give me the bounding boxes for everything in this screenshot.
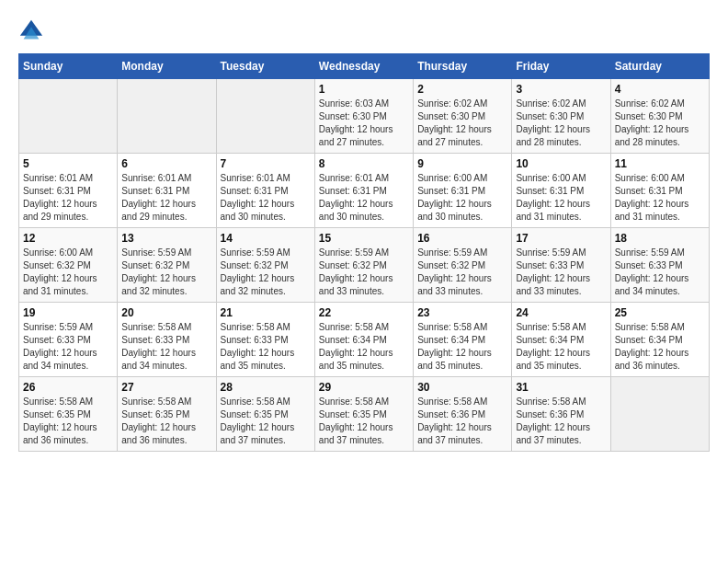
calendar-cell: 27Sunrise: 5:58 AMSunset: 6:35 PMDayligh… — [118, 377, 216, 452]
calendar-week-3: 12Sunrise: 6:00 AMSunset: 6:32 PMDayligh… — [19, 228, 710, 303]
calendar-cell — [19, 79, 118, 154]
day-number: 4 — [615, 83, 705, 96]
day-info: Sunrise: 5:58 AMSunset: 6:33 PMDaylight:… — [121, 321, 211, 373]
calendar-cell: 8Sunrise: 6:01 AMSunset: 6:31 PMDaylight… — [314, 154, 413, 228]
calendar-cell: 2Sunrise: 6:02 AMSunset: 6:30 PMDaylight… — [414, 79, 512, 154]
calendar-cell: 18Sunrise: 5:59 AMSunset: 6:33 PMDayligh… — [610, 228, 709, 303]
calendar-cell: 3Sunrise: 6:02 AMSunset: 6:30 PMDaylight… — [512, 79, 610, 154]
day-info: Sunrise: 6:03 AMSunset: 6:30 PMDaylight:… — [319, 98, 409, 149]
day-info: Sunrise: 5:59 AMSunset: 6:33 PMDaylight:… — [23, 321, 113, 373]
calendar-cell: 5Sunrise: 6:01 AMSunset: 6:31 PMDaylight… — [19, 154, 118, 228]
day-number: 15 — [319, 232, 409, 245]
calendar-cell: 20Sunrise: 5:58 AMSunset: 6:33 PMDayligh… — [118, 303, 216, 377]
day-number: 6 — [121, 157, 211, 170]
calendar-cell: 14Sunrise: 5:59 AMSunset: 6:32 PMDayligh… — [216, 228, 314, 303]
day-info: Sunrise: 6:01 AMSunset: 6:31 PMDaylight:… — [23, 172, 113, 224]
day-number: 22 — [319, 306, 409, 319]
day-number: 28 — [221, 381, 311, 394]
calendar-cell — [216, 79, 314, 154]
day-info: Sunrise: 6:00 AMSunset: 6:31 PMDaylight:… — [417, 172, 507, 224]
day-number: 11 — [615, 157, 705, 170]
calendar-cell: 17Sunrise: 5:59 AMSunset: 6:33 PMDayligh… — [512, 228, 610, 303]
calendar-week-1: 1Sunrise: 6:03 AMSunset: 6:30 PMDaylight… — [19, 79, 710, 154]
day-info: Sunrise: 5:59 AMSunset: 6:32 PMDaylight:… — [319, 247, 409, 298]
calendar-cell: 29Sunrise: 5:58 AMSunset: 6:35 PMDayligh… — [314, 377, 413, 452]
weekday-header-thursday: Thursday — [414, 54, 512, 79]
day-info: Sunrise: 6:02 AMSunset: 6:30 PMDaylight:… — [615, 98, 705, 149]
day-info: Sunrise: 5:58 AMSunset: 6:36 PMDaylight:… — [516, 396, 606, 447]
day-info: Sunrise: 5:58 AMSunset: 6:36 PMDaylight:… — [417, 396, 507, 447]
day-info: Sunrise: 5:58 AMSunset: 6:34 PMDaylight:… — [516, 321, 606, 373]
calendar-cell — [118, 79, 216, 154]
day-info: Sunrise: 6:01 AMSunset: 6:31 PMDaylight:… — [121, 172, 211, 224]
day-number: 12 — [23, 232, 113, 245]
day-info: Sunrise: 5:58 AMSunset: 6:35 PMDaylight:… — [23, 396, 113, 447]
day-number: 9 — [417, 157, 507, 170]
day-number: 18 — [615, 232, 705, 245]
calendar-week-2: 5Sunrise: 6:01 AMSunset: 6:31 PMDaylight… — [19, 154, 710, 228]
day-info: Sunrise: 5:59 AMSunset: 6:33 PMDaylight:… — [615, 247, 705, 298]
day-info: Sunrise: 5:58 AMSunset: 6:34 PMDaylight:… — [319, 321, 409, 373]
calendar-cell: 21Sunrise: 5:58 AMSunset: 6:33 PMDayligh… — [216, 303, 314, 377]
calendar-cell: 4Sunrise: 6:02 AMSunset: 6:30 PMDaylight… — [610, 79, 709, 154]
day-number: 7 — [221, 157, 311, 170]
calendar-cell: 10Sunrise: 6:00 AMSunset: 6:31 PMDayligh… — [512, 154, 610, 228]
page-header — [18, 18, 710, 44]
day-info: Sunrise: 6:01 AMSunset: 6:31 PMDaylight:… — [319, 172, 409, 224]
day-number: 25 — [615, 306, 705, 319]
calendar-cell: 26Sunrise: 5:58 AMSunset: 6:35 PMDayligh… — [19, 377, 118, 452]
day-number: 5 — [23, 157, 113, 170]
day-number: 3 — [516, 83, 606, 96]
day-number: 16 — [417, 232, 507, 245]
day-number: 8 — [319, 157, 409, 170]
calendar-cell: 23Sunrise: 5:58 AMSunset: 6:34 PMDayligh… — [414, 303, 512, 377]
day-number: 29 — [319, 381, 409, 394]
calendar-cell: 7Sunrise: 6:01 AMSunset: 6:31 PMDaylight… — [216, 154, 314, 228]
calendar-cell: 24Sunrise: 5:58 AMSunset: 6:34 PMDayligh… — [512, 303, 610, 377]
day-info: Sunrise: 5:58 AMSunset: 6:34 PMDaylight:… — [417, 321, 507, 373]
calendar-week-5: 26Sunrise: 5:58 AMSunset: 6:35 PMDayligh… — [19, 377, 710, 452]
day-info: Sunrise: 5:59 AMSunset: 6:32 PMDaylight:… — [417, 247, 507, 298]
calendar-cell: 1Sunrise: 6:03 AMSunset: 6:30 PMDaylight… — [314, 79, 413, 154]
calendar-cell: 28Sunrise: 5:58 AMSunset: 6:35 PMDayligh… — [216, 377, 314, 452]
day-info: Sunrise: 6:00 AMSunset: 6:31 PMDaylight:… — [615, 172, 705, 224]
calendar-cell: 19Sunrise: 5:59 AMSunset: 6:33 PMDayligh… — [19, 303, 118, 377]
weekday-header-row: SundayMondayTuesdayWednesdayThursdayFrid… — [19, 54, 710, 79]
calendar-cell: 16Sunrise: 5:59 AMSunset: 6:32 PMDayligh… — [414, 228, 512, 303]
day-number: 1 — [319, 83, 409, 96]
day-number: 31 — [516, 381, 606, 394]
day-number: 23 — [417, 306, 507, 319]
day-info: Sunrise: 5:59 AMSunset: 6:32 PMDaylight:… — [121, 247, 211, 298]
day-info: Sunrise: 5:59 AMSunset: 6:33 PMDaylight:… — [516, 247, 606, 298]
weekday-header-friday: Friday — [512, 54, 610, 79]
day-info: Sunrise: 5:59 AMSunset: 6:32 PMDaylight:… — [221, 247, 311, 298]
calendar-week-4: 19Sunrise: 5:59 AMSunset: 6:33 PMDayligh… — [19, 303, 710, 377]
weekday-header-sunday: Sunday — [19, 54, 118, 79]
calendar-cell: 22Sunrise: 5:58 AMSunset: 6:34 PMDayligh… — [314, 303, 413, 377]
day-info: Sunrise: 5:58 AMSunset: 6:34 PMDaylight:… — [615, 321, 705, 373]
day-number: 30 — [417, 381, 507, 394]
calendar-body: 1Sunrise: 6:03 AMSunset: 6:30 PMDaylight… — [19, 79, 710, 452]
day-number: 20 — [121, 306, 211, 319]
calendar-cell: 12Sunrise: 6:00 AMSunset: 6:32 PMDayligh… — [19, 228, 118, 303]
weekday-header-tuesday: Tuesday — [216, 54, 314, 79]
calendar-cell: 9Sunrise: 6:00 AMSunset: 6:31 PMDaylight… — [414, 154, 512, 228]
day-info: Sunrise: 5:58 AMSunset: 6:35 PMDaylight:… — [121, 396, 211, 447]
day-info: Sunrise: 5:58 AMSunset: 6:33 PMDaylight:… — [221, 321, 311, 373]
day-number: 13 — [121, 232, 211, 245]
day-info: Sunrise: 6:00 AMSunset: 6:32 PMDaylight:… — [23, 247, 113, 298]
calendar-cell: 25Sunrise: 5:58 AMSunset: 6:34 PMDayligh… — [610, 303, 709, 377]
calendar-cell: 15Sunrise: 5:59 AMSunset: 6:32 PMDayligh… — [314, 228, 413, 303]
day-number: 19 — [23, 306, 113, 319]
day-info: Sunrise: 6:02 AMSunset: 6:30 PMDaylight:… — [417, 98, 507, 149]
day-number: 17 — [516, 232, 606, 245]
day-number: 14 — [221, 232, 311, 245]
calendar-cell: 11Sunrise: 6:00 AMSunset: 6:31 PMDayligh… — [610, 154, 709, 228]
day-number: 24 — [516, 306, 606, 319]
day-info: Sunrise: 6:01 AMSunset: 6:31 PMDaylight:… — [221, 172, 311, 224]
day-info: Sunrise: 6:00 AMSunset: 6:31 PMDaylight:… — [516, 172, 606, 224]
calendar-cell: 6Sunrise: 6:01 AMSunset: 6:31 PMDaylight… — [118, 154, 216, 228]
day-info: Sunrise: 6:02 AMSunset: 6:30 PMDaylight:… — [516, 98, 606, 149]
calendar-cell — [610, 377, 709, 452]
calendar-cell: 31Sunrise: 5:58 AMSunset: 6:36 PMDayligh… — [512, 377, 610, 452]
